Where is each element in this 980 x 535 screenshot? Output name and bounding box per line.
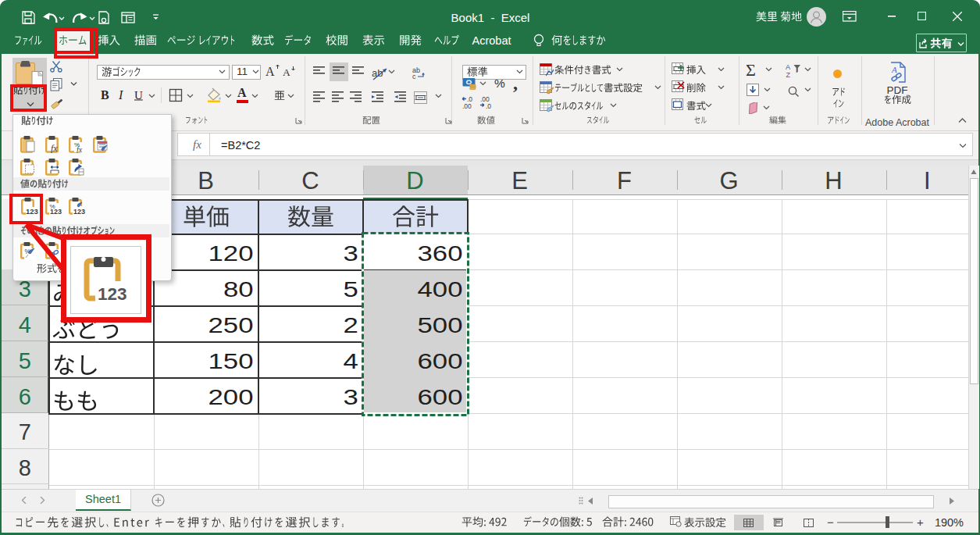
svg-text:Σ: Σ: [746, 62, 756, 79]
svg-text:c: c: [412, 73, 416, 80]
svg-text:123: 123: [98, 284, 127, 304]
svg-text:A: A: [786, 63, 790, 71]
svg-text:Z: Z: [786, 71, 791, 78]
svg-text:.0: .0: [486, 102, 491, 109]
svg-text:A: A: [891, 65, 897, 74]
svg-text:.00: .00: [462, 102, 472, 109]
